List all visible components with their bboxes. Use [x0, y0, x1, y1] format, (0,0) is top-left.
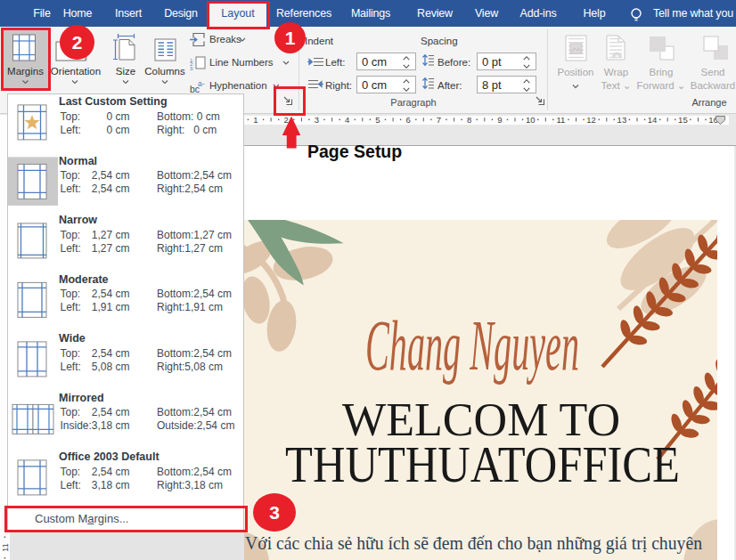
svg-text:14: 14	[648, 115, 658, 125]
svg-text:3: 3	[315, 115, 319, 125]
svg-text:7: 7	[437, 115, 441, 125]
svg-text:4: 4	[345, 115, 349, 125]
svg-text:Với các chia sẻ hữu ích sẽ đem: Với các chia sẻ hữu ích sẽ đem đến cho b…	[245, 532, 702, 554]
svg-text:11: 11	[556, 115, 565, 125]
svg-text:5: 5	[375, 115, 380, 125]
svg-text:THUTHUATOFFICE: THUTHUATOFFICE	[285, 435, 680, 493]
svg-text:2: 2	[284, 115, 289, 125]
svg-text:15: 15	[678, 115, 688, 125]
svg-text:10: 10	[526, 115, 536, 125]
svg-text:3:: 3:	[190, 66, 194, 71]
svg-text:6: 6	[406, 115, 411, 125]
svg-text:12: 12	[586, 115, 596, 125]
svg-text:8: 8	[467, 115, 471, 125]
svg-text:13: 13	[617, 115, 627, 125]
svg-text:a-: a-	[198, 79, 205, 88]
svg-text:11: 11	[1, 543, 10, 551]
svg-text:9: 9	[497, 115, 502, 125]
svg-text:1: 1	[253, 115, 258, 125]
svg-text:Chang Nguyen: Chang Nguyen	[365, 306, 579, 385]
